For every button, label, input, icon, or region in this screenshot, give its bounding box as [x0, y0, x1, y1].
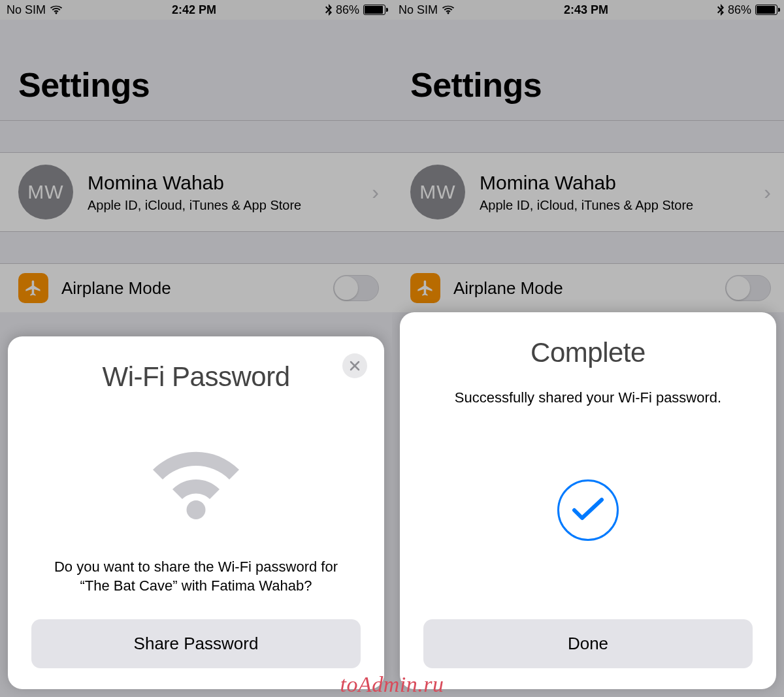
status-bar: No SIM 2:43 PM 86%	[392, 0, 784, 20]
chevron-right-icon: ›	[372, 180, 379, 204]
airplane-mode-switch[interactable]	[333, 275, 379, 301]
profile-subtitle: Apple ID, iCloud, iTunes & App Store	[480, 198, 764, 213]
battery-icon	[363, 5, 385, 15]
avatar: MW	[18, 165, 73, 219]
profile-name: Momina Wahab	[480, 172, 764, 194]
status-time: 2:42 PM	[172, 3, 216, 17]
wifi-icon	[50, 5, 63, 14]
apple-id-row[interactable]: MW Momina Wahab Apple ID, iCloud, iTunes…	[0, 152, 392, 232]
airplane-mode-label: Airplane Mode	[453, 278, 725, 299]
success-check-icon	[423, 479, 753, 541]
bluetooth-icon	[325, 4, 332, 16]
profile-subtitle: Apple ID, iCloud, iTunes & App Store	[88, 198, 372, 213]
done-button[interactable]: Done	[423, 619, 753, 668]
airplane-mode-row[interactable]: Airplane Mode	[0, 263, 392, 312]
wifi-large-icon	[31, 429, 361, 521]
apple-id-row[interactable]: MW Momina Wahab Apple ID, iCloud, iTunes…	[392, 152, 784, 232]
share-password-button[interactable]: Share Password	[31, 619, 361, 668]
watermark: toAdmin.ru	[340, 672, 444, 697]
share-password-sheet: Wi-Fi Password Do you want to share the …	[8, 336, 384, 689]
wifi-icon	[442, 5, 455, 14]
sheet-title: Complete	[423, 337, 753, 368]
chevron-right-icon: ›	[764, 180, 771, 204]
profile-name: Momina Wahab	[88, 172, 372, 194]
carrier-label: No SIM	[7, 3, 46, 17]
phone-right: No SIM 2:43 PM 86% Settings MW Momina Wa…	[392, 0, 784, 697]
sheet-body: Successfully shared your Wi-Fi password.	[423, 388, 753, 408]
avatar: MW	[410, 165, 465, 219]
bluetooth-icon	[717, 4, 724, 16]
phone-left: No SIM 2:42 PM 86% Settings MW Momina Wa…	[0, 0, 392, 697]
battery-percent: 86%	[728, 3, 751, 17]
complete-sheet: Complete Successfully shared your Wi-Fi …	[400, 312, 776, 689]
airplane-mode-label: Airplane Mode	[61, 278, 333, 299]
sheet-body: Do you want to share the Wi-Fi password …	[31, 557, 361, 596]
status-time: 2:43 PM	[564, 3, 608, 17]
airplane-icon	[18, 273, 48, 303]
airplane-mode-switch[interactable]	[725, 275, 771, 301]
status-bar: No SIM 2:42 PM 86%	[0, 0, 392, 20]
sheet-title: Wi-Fi Password	[31, 361, 361, 393]
page-title: Settings	[0, 20, 392, 120]
battery-percent: 86%	[336, 3, 359, 17]
battery-icon	[755, 5, 777, 15]
close-button[interactable]	[342, 353, 367, 378]
page-title: Settings	[392, 20, 784, 120]
carrier-label: No SIM	[399, 3, 438, 17]
airplane-mode-row[interactable]: Airplane Mode	[392, 263, 784, 312]
airplane-icon	[410, 273, 440, 303]
